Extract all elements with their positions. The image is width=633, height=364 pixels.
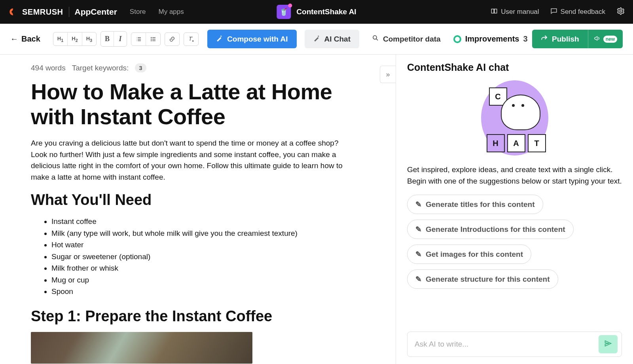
appcenter-link[interactable]: AppCenter [75,7,117,17]
settings-button[interactable] [616,7,625,17]
keywords-count-badge[interactable]: 3 [135,63,146,72]
unordered-list-button[interactable] [146,33,160,46]
ai-chat-panel: ContentShake AI chat C H A T Get inspire… [396,55,633,364]
svg-point-4 [373,36,377,39]
h2-button[interactable]: H2 [68,32,82,46]
improvements-button[interactable]: Improvements 3 [453,34,528,44]
collapse-chat-button[interactable]: » [380,66,396,83]
top-bar: SEMRUSH AppCenter Store My apps 🥤 Conten… [0,0,633,24]
publish-announce-button[interactable]: new [588,30,623,48]
list-item[interactable]: Spoon [51,286,380,297]
link-button[interactable] [165,32,180,46]
chat-intro-text: Get inspired, explore ideas, and create … [407,164,622,187]
word-count: 494 words [31,64,66,72]
back-button[interactable]: ← Back [10,34,40,44]
share-icon [541,34,548,44]
brand-text: SEMRUSH [22,8,63,17]
list-item[interactable]: Sugar or sweetener (optional) [51,251,380,262]
chat-input[interactable] [411,335,595,353]
svg-point-0 [620,10,622,12]
compose-ai-button[interactable]: Compose with AI [207,30,296,48]
chat-title: ContentShake AI chat [407,62,622,73]
wand-icon [216,34,223,44]
h1-button[interactable]: H1 [53,32,68,46]
doc-intro[interactable]: Are you craving a delicious latte but do… [31,138,351,183]
svg-point-1 [151,37,152,38]
editor-toolbar: ← Back H1 H2 H3 B I Compose with AI AI C… [0,24,633,55]
doc-title[interactable]: How to Make a Latte at Home with Instant… [31,80,363,129]
format-group: B I [100,31,127,47]
wand-icon: ✎ [415,250,422,259]
publish-button[interactable]: Publish [532,30,588,48]
chat-bot-illustration: C H A T [481,80,548,155]
list-item[interactable]: Milk frother or whisk [51,262,380,274]
keywords-label: Target keywords: [72,64,129,72]
megaphone-icon [594,35,600,43]
chevron-right-icon: » [386,70,390,79]
wand-icon: ✎ [415,225,422,234]
ingredient-list[interactable]: Instant coffee Milk (any type will work,… [31,216,380,297]
competitor-data-button[interactable]: Competitor data [372,34,441,44]
send-icon [604,339,612,349]
gear-icon [616,7,625,17]
progress-ring-icon [453,35,461,43]
book-icon [491,8,498,17]
doc-heading-need[interactable]: What You'll Need [31,191,380,209]
italic-button[interactable]: I [114,32,127,46]
chat-send-button[interactable] [599,335,618,353]
list-item[interactable]: Mug or cup [51,274,380,286]
doc-meta: 494 words Target keywords: 3 [31,63,380,72]
list-item[interactable]: Hot water [51,239,380,250]
nav-store[interactable]: Store [130,8,146,16]
nav-myapps[interactable]: My apps [159,8,184,16]
svg-point-3 [151,40,152,41]
arrow-left-icon: ← [10,34,18,44]
bold-button[interactable]: B [101,32,114,46]
chat-suggestions: ✎ Generate titles for this content ✎ Gen… [407,195,622,324]
comment-icon [550,8,557,17]
clear-format-button[interactable] [184,32,199,46]
h3-button[interactable]: H3 [82,32,96,46]
wand-icon: ✎ [415,275,422,284]
user-manual-link[interactable]: User manual [491,8,539,17]
ai-chat-button[interactable]: AI Chat [305,30,360,48]
app-name: ContentShake AI [296,8,356,16]
new-badge: new [603,36,617,43]
svg-point-2 [151,39,152,39]
suggestion-structure[interactable]: ✎ Generate structure for this content [407,269,558,289]
ordered-list-button[interactable] [131,33,146,46]
search-icon [372,34,379,44]
suggestion-images[interactable]: ✎ Get images for this content [407,245,531,264]
chat-input-row [407,332,622,357]
contentshake-icon: 🥤 [277,5,291,19]
brand-logo[interactable]: SEMRUSH [8,7,63,17]
send-feedback-link[interactable]: Send feedback [550,8,605,17]
suggestion-introductions[interactable]: ✎ Generate Introductions for this conten… [407,220,574,239]
current-app: 🥤 ContentShake AI [277,5,356,19]
doc-image-placeholder[interactable] [31,332,252,364]
suggestion-titles[interactable]: ✎ Generate titles for this content [407,195,543,214]
list-item[interactable]: Milk (any type will work, but whole milk… [51,228,380,239]
wand-icon: ✎ [415,200,422,209]
doc-heading-step1[interactable]: Step 1: Prepare the Instant Coffee [31,308,380,325]
list-group [131,32,161,46]
list-item[interactable]: Instant coffee [51,216,380,227]
heading-group: H1 H2 H3 [53,32,97,46]
wand-icon [313,34,320,44]
editor-pane: » 494 words Target keywords: 3 How to Ma… [0,55,396,364]
brand-divider [69,7,69,17]
semrush-icon [8,7,18,17]
